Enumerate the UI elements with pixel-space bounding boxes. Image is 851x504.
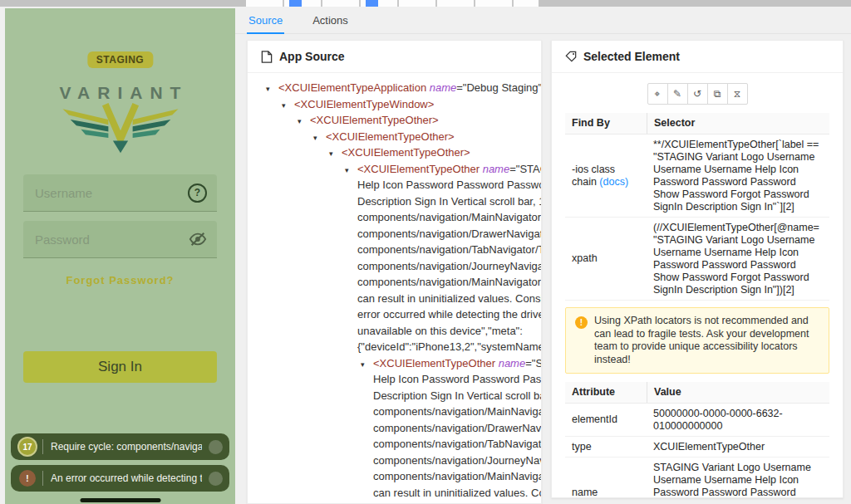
- collapse-caret-icon[interactable]: ▾: [361, 357, 373, 372]
- copy-attributes-icon: ⧉: [714, 88, 721, 100]
- tree-node-wrapped-line[interactable]: components/navigation/MainNavigator/Main…: [248, 209, 541, 226]
- sign-in-button[interactable]: Sign In: [23, 351, 217, 383]
- attributes-table-header: Attribute Value: [565, 382, 829, 404]
- selector-value: **/XCUIElementTypeOther[`label == "STAGI…: [647, 135, 829, 217]
- collapse-caret-icon[interactable]: ▾: [313, 130, 326, 145]
- tree-node-wrapped-line[interactable]: components/navigation/MainNavigator/Main…: [248, 274, 541, 291]
- tree-node-attr-value: ="STAGING Variant Log: [509, 163, 541, 175]
- show-password-eye-off-icon[interactable]: [189, 230, 207, 248]
- value-header-cell: Value: [647, 382, 829, 403]
- tab-source[interactable]: Source: [247, 9, 284, 32]
- tree-node-wrapped-line[interactable]: components/navigation/JourneyNavigator/J…: [248, 453, 541, 469]
- tree-node-tag: <XCUIElementTypeOther>: [326, 130, 455, 143]
- tap-element-button[interactable]: ⌖: [647, 83, 668, 105]
- tree-node-wrapped-line[interactable]: components/navigation/MainNavigator/Main…: [248, 468, 541, 485]
- tag-icon: [565, 51, 577, 62]
- attributes-table: Attribute Value elementId50000000-0000-0…: [565, 382, 829, 498]
- toast-notification[interactable]: !An error occurred while detecting the d…: [11, 465, 229, 492]
- xpath-warning-text: Using XPath locators is not recommended …: [594, 315, 809, 365]
- toast-badge: 17: [19, 438, 36, 455]
- tree-node-attr-name: name: [495, 357, 525, 369]
- tap-element-icon: ⌖: [655, 88, 661, 100]
- attribute-header-cell: Attribute: [565, 382, 647, 403]
- attribute-row: nameSTAGING Variant Logo Username Userna…: [565, 458, 829, 498]
- home-indicator: [80, 498, 160, 502]
- get-timing-button[interactable]: ⧖: [727, 83, 748, 105]
- tree-node-wrapped-line[interactable]: can result in uninitialized values. Cons…: [248, 291, 541, 307]
- toast-message: An error occurred while detecting the dr…: [51, 472, 202, 484]
- tree-node-wrapped-line[interactable]: Help Icon Password Password Password Sho…: [248, 371, 541, 388]
- tree-node-wrapped-line[interactable]: can result in uninitialized values. Cons…: [248, 485, 541, 502]
- toast-badge: !: [19, 470, 36, 487]
- password-field[interactable]: Password: [23, 221, 217, 258]
- inspector-tab-strip: SourceActions: [235, 7, 851, 34]
- tree-node[interactable]: ▾<XCUIElementTypeOther>: [248, 144, 541, 161]
- xpath-warning: ! Using XPath locators is not recommende…: [565, 307, 829, 374]
- tree-node-wrapped-line[interactable]: error occurred while detecting the drive…: [248, 501, 541, 504]
- tree-node-tag: <XCUIElementTypeOther: [373, 357, 495, 369]
- tree-node[interactable]: ▾<XCUIElementTypeApplication name="Debug…: [248, 80, 541, 96]
- collapse-caret-icon[interactable]: ▾: [329, 146, 342, 161]
- tree-node[interactable]: ▾<XCUIElementTypeOther name="STAGING Var…: [248, 161, 541, 178]
- selected-element-header: Selected Element: [552, 41, 843, 73]
- tree-node-wrapped-line[interactable]: error occurred while detecting the drive…: [248, 306, 541, 323]
- forgot-password-link[interactable]: Forgot Password?: [5, 274, 235, 286]
- password-placeholder: Password: [23, 232, 189, 247]
- tree-node-wrapped-line[interactable]: Help Icon Password Password Password Sho…: [248, 177, 541, 193]
- username-help-icon[interactable]: ?: [188, 183, 207, 203]
- app-source-header: App Source: [248, 41, 541, 73]
- username-field[interactable]: Username ?: [23, 174, 217, 212]
- attribute-name: name: [565, 482, 647, 498]
- toolbar-remnant: [0, 0, 851, 7]
- tree-node-tag: <XCUIElementTypeOther>: [342, 146, 470, 159]
- collapse-caret-icon[interactable]: ▾: [282, 98, 294, 113]
- collapse-caret-icon[interactable]: ▾: [345, 163, 357, 178]
- tree-node[interactable]: ▾<XCUIElementTypeWindow>: [248, 96, 541, 113]
- tab-actions[interactable]: Actions: [311, 9, 350, 32]
- toast-divider: [42, 439, 43, 454]
- docs-link[interactable]: (docs): [599, 176, 628, 188]
- tree-node[interactable]: ▾<XCUIElementTypeOther name="STAGING Var…: [248, 355, 541, 372]
- tree-node-tag: <XCUIElementTypeOther>: [310, 114, 439, 126]
- staging-badge: STAGING: [87, 51, 153, 68]
- tree-node-wrapped-line[interactable]: Description Sign In Vertical scroll bar,…: [248, 388, 541, 404]
- tree-node-wrapped-line[interactable]: {"deviceId":"iPhone13,2","systemName":"i…: [248, 339, 541, 355]
- attribute-row: typeXCUIElementTypeOther: [565, 437, 829, 458]
- tree-node-attr-name: name: [426, 81, 456, 94]
- toast-dismiss-button[interactable]: [209, 440, 223, 454]
- find-by-row: xpath(//XCUIElementTypeOther[@name="STAG…: [565, 218, 829, 301]
- collapse-caret-icon[interactable]: ▾: [266, 81, 278, 96]
- tree-node-wrapped-line[interactable]: components/navigation/TabNavigator/TabNa…: [248, 436, 541, 453]
- tree-node-attr-value: ="STAGING Variant: [525, 357, 541, 369]
- tree-node[interactable]: ▾<XCUIElementTypeOther>: [248, 129, 541, 145]
- tree-node-wrapped-line[interactable]: components/navigation/JourneyNavigator/J…: [248, 258, 541, 275]
- tree-node-wrapped-line[interactable]: components/navigation/TabNavigator/TabNa…: [248, 242, 541, 258]
- tree-node-wrapped-line[interactable]: components/navigation/DrawerNavigator/Dr…: [248, 420, 541, 437]
- toast-divider: [42, 471, 43, 486]
- toolbar-active-button-remnant: [366, 0, 378, 7]
- collapse-caret-icon[interactable]: ▾: [298, 114, 310, 129]
- warning-icon: !: [575, 316, 588, 329]
- toast-dismiss-button[interactable]: [209, 472, 223, 486]
- tree-node-wrapped-line[interactable]: components/navigation/MainNavigator/Main…: [248, 404, 541, 420]
- attribute-value: STAGING Variant Logo Username Username U…: [647, 458, 829, 498]
- app-source-panel: App Source ▾<XCUIElementTypeApplication …: [247, 40, 542, 504]
- variant-logo-icon: [58, 101, 183, 154]
- attribute-value: XCUIElementTypeOther: [647, 437, 829, 457]
- find-by-header-cell: Find By: [565, 113, 647, 134]
- selected-element-title: Selected Element: [583, 50, 680, 63]
- device-screenshot[interactable]: STAGING VARIANT Username ? Password Forg…: [5, 8, 235, 504]
- tree-node-wrapped-line[interactable]: unavailable on this device","meta":: [248, 323, 541, 340]
- tree-node-wrapped-line[interactable]: Description Sign In Vertical scroll bar,…: [248, 193, 541, 210]
- copy-attributes-button[interactable]: ⧉: [707, 83, 728, 105]
- selector-header-cell: Selector: [647, 113, 829, 134]
- tree-node-wrapped-line[interactable]: components/navigation/DrawerNavigator/Dr…: [248, 226, 541, 242]
- source-tree: ▾<XCUIElementTypeApplication name="Debug…: [248, 73, 541, 504]
- variant-wordmark: VARIANT: [5, 83, 235, 103]
- clear-element-icon: ↺: [693, 88, 701, 100]
- toast-notification[interactable]: 17Require cycle: components/navigation/M…: [11, 433, 229, 460]
- tree-node-tag: <XCUIElementTypeApplication: [278, 81, 426, 94]
- send-keys-button[interactable]: ✎: [667, 83, 688, 105]
- clear-element-button[interactable]: ↺: [687, 83, 708, 105]
- tree-node[interactable]: ▾<XCUIElementTypeOther>: [248, 112, 541, 129]
